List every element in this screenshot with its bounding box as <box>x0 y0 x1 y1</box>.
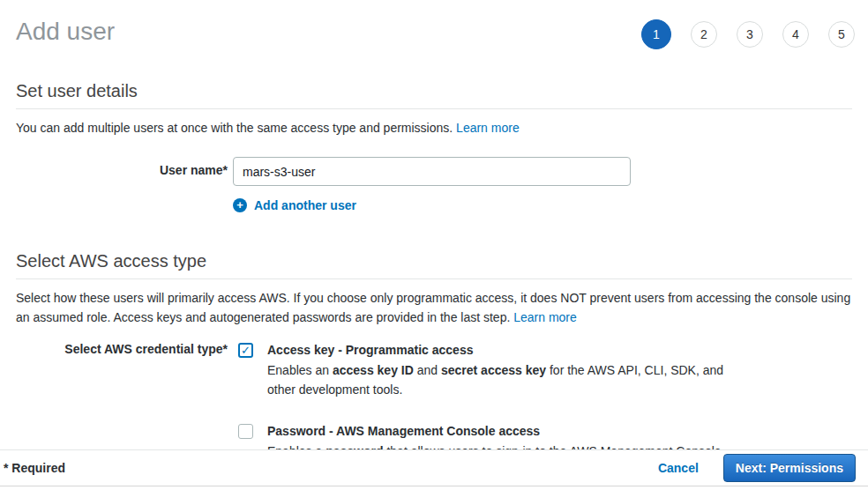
page-title: Add user <box>16 16 115 48</box>
step-3[interactable]: 3 <box>737 21 763 48</box>
learn-more-link-user-details[interactable]: Learn more <box>456 121 520 135</box>
learn-more-link-access-type[interactable]: Learn more <box>513 310 577 324</box>
desc-part: Enables an <box>267 363 333 377</box>
step-1-active[interactable]: 1 <box>641 19 671 49</box>
add-another-user-link[interactable]: + Add another user <box>233 198 852 212</box>
desc-part-bold: access key ID <box>333 363 414 377</box>
credential-type-label: Select AWS credential type* <box>16 341 228 356</box>
username-input[interactable] <box>233 157 631 186</box>
username-control <box>233 157 631 186</box>
access-key-option-description: Enables an access key ID and secret acce… <box>267 360 739 399</box>
access-type-description: Select how these users will primarily ac… <box>16 288 852 327</box>
user-details-description-text: You can add multiple users at once with … <box>16 121 453 135</box>
step-4[interactable]: 4 <box>782 21 809 48</box>
user-details-description: You can add multiple users at once with … <box>16 118 852 137</box>
cancel-button[interactable]: Cancel <box>658 461 699 475</box>
access-key-option-title: Access key - Programmatic access <box>267 341 739 359</box>
required-note: * Required <box>4 461 65 475</box>
page-content: Set user details You can add multiple us… <box>0 81 868 461</box>
credential-type-row: Select AWS credential type* ✓ Access key… <box>16 341 852 461</box>
access-key-option-body: Access key - Programmatic access Enables… <box>267 341 739 399</box>
option-access-key: ✓ Access key - Programmatic access Enabl… <box>238 341 739 399</box>
step-2[interactable]: 2 <box>691 21 717 48</box>
desc-part-bold: secret access key <box>441 363 546 377</box>
username-label: User name* <box>16 157 228 177</box>
desc-part: and <box>414 363 441 377</box>
page-header: Add user 1 2 3 4 5 <box>0 0 868 49</box>
plus-circle-icon: + <box>233 198 247 212</box>
password-option-title: Password - AWS Management Console access <box>267 422 725 440</box>
wizard-step-indicator: 1 2 3 4 5 <box>641 19 855 49</box>
access-key-checkbox-checked[interactable]: ✓ <box>238 343 253 358</box>
wizard-footer: * Required Cancel Next: Permissions <box>0 449 868 486</box>
add-another-user-label: Add another user <box>254 198 356 212</box>
credential-options: ✓ Access key - Programmatic access Enabl… <box>233 341 739 461</box>
access-type-description-text: Select how these users will primarily ac… <box>16 291 850 324</box>
section-heading-access-type: Select AWS access type <box>16 251 852 279</box>
section-heading-user-details: Set user details <box>16 81 852 109</box>
footer-actions: Cancel Next: Permissions <box>658 454 856 482</box>
password-checkbox-unchecked[interactable] <box>238 424 253 439</box>
step-5[interactable]: 5 <box>828 21 855 48</box>
next-permissions-button[interactable]: Next: Permissions <box>723 454 856 482</box>
add-user-page: Add user 1 2 3 4 5 Set user details You … <box>0 0 868 490</box>
username-form-row: User name* <box>16 157 852 186</box>
